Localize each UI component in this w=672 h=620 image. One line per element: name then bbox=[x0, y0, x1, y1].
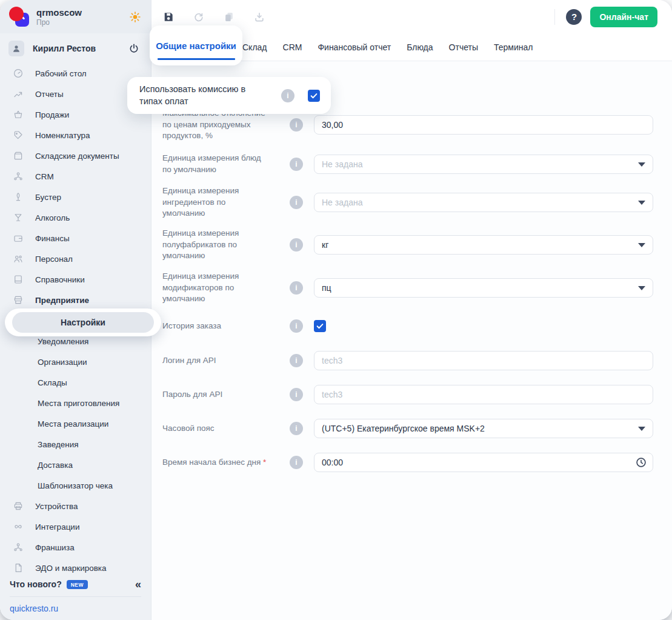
topbar-divider bbox=[554, 9, 555, 25]
sidebar-item-label: CRM bbox=[35, 172, 54, 181]
theme-sun-icon[interactable] bbox=[129, 11, 141, 23]
sidebar-item-7[interactable]: Алкоголь bbox=[0, 207, 151, 228]
info-icon[interactable]: i bbox=[290, 456, 303, 469]
form-row-api-password: Пароль для API i bbox=[162, 385, 653, 404]
info-icon[interactable]: i bbox=[290, 158, 303, 171]
field-label: История заказа bbox=[162, 321, 287, 332]
timezone-select[interactable]: (UTC+5) Екатеринбургское время MSK+2 bbox=[314, 419, 653, 438]
api-password-input[interactable] bbox=[314, 385, 653, 404]
save-icon[interactable] bbox=[162, 11, 175, 23]
sidebar-item-18[interactable]: Заведения bbox=[0, 434, 151, 455]
field-label: Пароль для API bbox=[162, 389, 287, 401]
info-icon[interactable]: i bbox=[290, 319, 303, 333]
sidebar-item-21[interactable]: Устройства bbox=[0, 496, 151, 516]
api-login-input[interactable] bbox=[314, 351, 653, 370]
new-badge: NEW bbox=[67, 580, 88, 589]
settings-item-spotlight: Настройки bbox=[5, 308, 161, 336]
edo-icon bbox=[13, 562, 24, 573]
sidebar-item-label: Справочники bbox=[35, 275, 85, 284]
sidebar-item-14[interactable]: Организации bbox=[0, 352, 151, 372]
user-row: Кирилл Рестов bbox=[0, 33, 151, 63]
sidebar-item-16[interactable]: Места приготовления bbox=[0, 393, 151, 413]
desktop-icon bbox=[13, 68, 24, 79]
sidebar-item-9[interactable]: Персонал bbox=[0, 248, 151, 269]
sidebar-item-label: Номенклатура bbox=[35, 131, 90, 140]
required-asterisk: * bbox=[263, 458, 266, 467]
tab-general-settings[interactable]: Общие настройки bbox=[156, 41, 236, 51]
info-icon[interactable]: i bbox=[281, 89, 294, 102]
help-button[interactable]: ? bbox=[566, 9, 582, 25]
field-label: Единица измерения ингредиентов по умолча… bbox=[162, 185, 287, 219]
sidebar-item-24[interactable]: ЭДО и маркировка bbox=[0, 558, 151, 573]
active-tab-spotlight: Общие настройки bbox=[150, 25, 242, 65]
sales-icon bbox=[13, 109, 24, 120]
semifinished-unit-select[interactable]: кг bbox=[314, 235, 653, 255]
field-label: Единица измерения полуфабрикатов по умол… bbox=[162, 228, 287, 262]
info-icon[interactable]: i bbox=[290, 388, 303, 401]
dish-unit-select[interactable]: Не задана bbox=[314, 155, 653, 174]
logout-power-icon[interactable] bbox=[128, 42, 140, 55]
nomenclature-icon bbox=[13, 130, 24, 141]
sidebar-item-8[interactable]: Финансы bbox=[0, 228, 151, 248]
refresh-icon[interactable] bbox=[193, 11, 205, 23]
info-icon[interactable]: i bbox=[290, 354, 303, 367]
staff-icon bbox=[13, 253, 24, 264]
max-deviation-input[interactable] bbox=[314, 115, 653, 135]
ingredient-unit-select[interactable]: Не задана bbox=[314, 193, 653, 212]
sidebar-item-0[interactable]: Рабочий стол bbox=[0, 63, 151, 84]
sidebar-item-label: Бустер bbox=[35, 193, 61, 202]
sidebar-item-10[interactable]: Справочники bbox=[0, 269, 151, 290]
sidebar-item-17[interactable]: Места реализации bbox=[0, 413, 151, 434]
form-row-api-login: Логин для API i bbox=[162, 351, 653, 370]
sidebar-item-label: Интеграции bbox=[35, 522, 79, 532]
info-icon[interactable]: i bbox=[290, 281, 303, 295]
commission-callout: Использовать комиссию в типах оплат i bbox=[127, 77, 331, 114]
collapse-sidebar-icon[interactable]: « bbox=[135, 578, 141, 591]
modifier-unit-select[interactable]: пц bbox=[314, 278, 653, 298]
tab-crm[interactable]: CRM bbox=[283, 42, 302, 52]
commission-checkbox[interactable] bbox=[308, 90, 320, 102]
business-day-start-input[interactable] bbox=[314, 453, 653, 472]
sidebar-item-5[interactable]: CRM bbox=[0, 166, 151, 187]
order-history-checkbox[interactable] bbox=[314, 320, 326, 332]
sidebar-item-23[interactable]: Франшиза bbox=[0, 537, 151, 558]
sidebar-item-11[interactable]: Предприятие bbox=[0, 290, 151, 310]
sidebar-item-3[interactable]: Номенклатура bbox=[0, 125, 151, 145]
sidebar-item-label: Отчеты bbox=[35, 90, 64, 99]
download-icon[interactable] bbox=[253, 11, 265, 23]
user-avatar bbox=[8, 41, 24, 56]
sidebar-item-4[interactable]: Складские документы bbox=[0, 145, 151, 166]
clock-icon[interactable] bbox=[635, 456, 647, 468]
tab-reports[interactable]: Отчеты bbox=[449, 42, 478, 52]
sidebar-item-15[interactable]: Склады bbox=[0, 372, 151, 393]
devices-icon bbox=[13, 501, 24, 512]
sidebar-item-19[interactable]: Доставка bbox=[0, 455, 151, 475]
info-icon[interactable]: i bbox=[290, 238, 303, 252]
form-row-semifinished-unit: Единица измерения полуфабрикатов по умол… bbox=[162, 235, 653, 255]
info-icon[interactable]: i bbox=[290, 422, 303, 435]
tab-finreport[interactable]: Финансовый отчет bbox=[318, 42, 391, 52]
form-row-business-day-start: Время начала бизнес дня * i bbox=[162, 453, 653, 472]
sidebar-item-20[interactable]: Шаблонизатор чека bbox=[0, 475, 151, 496]
site-link[interactable]: quickresto.ru bbox=[0, 597, 151, 620]
sidebar-item-6[interactable]: Бустер bbox=[0, 187, 151, 207]
tab-terminal[interactable]: Терминал bbox=[494, 42, 533, 52]
account-name: qrmoscow bbox=[36, 7, 129, 18]
form-row-max-deviation: Максимальное отклонение по ценам приходу… bbox=[162, 115, 653, 135]
whats-new-row[interactable]: Что нового? NEW « bbox=[0, 573, 151, 595]
online-chat-button[interactable]: Онлайн-чат bbox=[590, 7, 657, 27]
app-window: qrmoscow Про Кирилл Рестов Рабочий столО… bbox=[0, 0, 672, 620]
active-tab-underline bbox=[158, 58, 235, 60]
tab-sklad[interactable]: Склад bbox=[242, 42, 267, 52]
sidebar-item-settings[interactable]: Настройки bbox=[12, 312, 154, 333]
sidebar-item-label: Предприятие bbox=[35, 296, 89, 305]
sidebar-item-label: Места приготовления bbox=[38, 399, 119, 408]
copy-icon[interactable] bbox=[223, 11, 235, 23]
info-icon[interactable]: i bbox=[290, 118, 303, 132]
info-icon[interactable]: i bbox=[290, 196, 303, 209]
commission-label: Использовать комиссию в типах оплат bbox=[139, 84, 281, 107]
form-row-timezone: Часовой пояс i (UTC+5) Екатеринбургское … bbox=[162, 419, 653, 438]
sidebar-item-22[interactable]: Интеграции bbox=[0, 516, 151, 537]
tab-dishes[interactable]: Блюда bbox=[407, 42, 433, 52]
form-row-ingredient-unit: Единица измерения ингредиентов по умолча… bbox=[162, 193, 653, 212]
